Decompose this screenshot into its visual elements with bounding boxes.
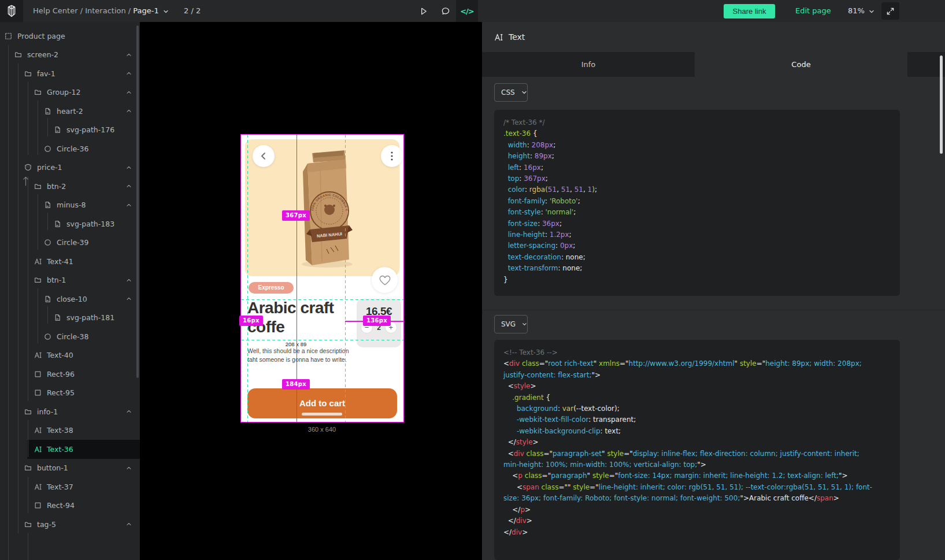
- chevron-down-icon: [521, 90, 527, 95]
- layer-Rect-95[interactable]: Rect-95: [0, 384, 140, 403]
- edit-page-link[interactable]: Edit page: [795, 0, 831, 22]
- chevron-up-icon[interactable]: [125, 295, 132, 302]
- frame-icon: [5, 32, 12, 40]
- layer-label: heart-2: [57, 107, 83, 116]
- code-line: top: 367px;: [503, 173, 891, 184]
- guide-line-top: [241, 299, 403, 301]
- code-line: justify-content: flex-start;">: [503, 370, 891, 381]
- folder-icon: [24, 408, 32, 416]
- chevron-up-icon[interactable]: [125, 70, 132, 77]
- layer-button-1[interactable]: button-1: [0, 459, 140, 478]
- layer-btn-1[interactable]: btn-1: [0, 271, 140, 290]
- sidebar-scrollbar[interactable]: [136, 25, 139, 378]
- layer-Text-37[interactable]: Text-37: [0, 477, 140, 496]
- layer-Circle-36[interactable]: Circle-36: [0, 139, 140, 158]
- chevron-up-icon[interactable]: [125, 89, 132, 96]
- preview-play-button[interactable]: [412, 0, 434, 22]
- layer-btn-2[interactable]: btn-2: [0, 177, 140, 196]
- app-logo[interactable]: [0, 0, 23, 22]
- code-line: </style>: [503, 437, 891, 448]
- chevron-up-icon[interactable]: [125, 521, 132, 528]
- layer-Text-38[interactable]: Text-38: [0, 421, 140, 440]
- code-line: min-height: 100%; min-width: 100%; verti…: [503, 459, 891, 470]
- code-line: <div class="root rich-text" xmlns="http:…: [503, 358, 891, 369]
- layer-Text-40[interactable]: Text-40: [0, 346, 140, 365]
- layer-Product page[interactable]: Product page: [0, 27, 140, 46]
- layer-tag-5[interactable]: tag-5: [0, 515, 140, 534]
- chevron-up-icon[interactable]: [125, 465, 132, 472]
- fullscreen-button[interactable]: [881, 2, 899, 20]
- chevron-up-icon[interactable]: [125, 202, 132, 209]
- code-line: -webkit-text-fill-color: transparent;: [503, 414, 891, 425]
- layer-Circle-39[interactable]: Circle-39: [0, 233, 140, 253]
- chevron-up-icon[interactable]: [125, 51, 132, 58]
- code-mode-button[interactable]: </>: [456, 0, 478, 22]
- share-link-button[interactable]: Share link: [724, 4, 775, 18]
- file-icon: [54, 314, 61, 321]
- file-icon: [44, 201, 51, 209]
- layer-info-1[interactable]: info-1: [0, 402, 140, 421]
- layer-price-1[interactable]: price-1: [0, 158, 140, 177]
- tab-info[interactable]: Info: [482, 52, 695, 77]
- tree-guide-line: [28, 477, 28, 513]
- tab-code[interactable]: Code: [695, 52, 907, 77]
- code-line: color: rgba(51, 51, 51, 1);: [503, 184, 891, 195]
- chevron-up-icon[interactable]: [125, 277, 132, 284]
- phone-mockup-frame[interactable]: 100% ORGANIC COLOMBIA COFFEE NABI NAHUI: [241, 135, 403, 422]
- chevron-up-icon[interactable]: [125, 164, 132, 171]
- breadcrumb[interactable]: Help Center / Interaction /Page-1: [33, 0, 169, 22]
- tree-guide-line: [38, 194, 38, 250]
- layer-close-10[interactable]: close-10: [0, 290, 140, 309]
- measure-badge-bottom: 184px: [282, 379, 310, 390]
- kebab-menu-button[interactable]: [381, 145, 403, 167]
- chevron-down-icon: [522, 321, 527, 327]
- zoom-control[interactable]: 81%: [848, 0, 874, 22]
- chevron-up-icon[interactable]: [125, 408, 132, 415]
- layer-heart-2[interactable]: heart-2: [0, 102, 140, 121]
- layer-label: Circle-36: [57, 144, 89, 153]
- layer-svg-path-181[interactable]: svg-path-181: [0, 309, 140, 328]
- css-dropdown-value: CSS: [501, 88, 515, 97]
- layer-fav-1[interactable]: fav-1: [0, 64, 140, 83]
- design-canvas[interactable]: 100% ORGANIC COLOMBIA COFFEE NABI NAHUI: [140, 22, 482, 560]
- up-arrow-icon: [22, 176, 29, 187]
- tree-guide-line: [8, 45, 9, 560]
- text-icon: [34, 427, 42, 434]
- layer-svg-path-183[interactable]: svg-path-183: [0, 214, 140, 233]
- layer-svg-path-176[interactable]: svg-path-176: [0, 121, 140, 140]
- chevron-up-icon[interactable]: [125, 107, 132, 114]
- css-code-block[interactable]: /* Text-36 */.text-36 { width: 208px; he…: [494, 110, 900, 296]
- file-icon: [54, 126, 61, 133]
- layer-minus-8[interactable]: minus-8: [0, 196, 140, 215]
- svg-code-block[interactable]: <!-- Text-36 --><div class="root rich-te…: [494, 340, 900, 560]
- panel-scrollbar[interactable]: [940, 55, 943, 154]
- file-icon: [44, 295, 51, 303]
- folder-icon: [14, 51, 22, 58]
- comments-button[interactable]: [434, 0, 456, 22]
- chevron-up-icon[interactable]: [125, 183, 132, 190]
- layer-Text-41[interactable]: Text-41: [0, 252, 140, 271]
- code-line: width: 208px;: [503, 140, 891, 151]
- top-bar: Help Center / Interaction /Page-1 2 / 2 …: [0, 0, 945, 22]
- favorite-button[interactable]: [372, 267, 398, 293]
- zoom-level: 81%: [848, 6, 865, 15]
- inspector-panel: Text Info Code CSS /* Text-36 */.text-36…: [482, 22, 945, 560]
- code-line: </div>: [503, 516, 891, 526]
- layer-Rect-96[interactable]: Rect-96: [0, 365, 140, 384]
- layer-Circle-38[interactable]: Circle-38: [0, 327, 140, 346]
- layer-label: svg-path-176: [66, 125, 114, 134]
- layer-Rect-94[interactable]: Rect-94: [0, 496, 140, 516]
- origami-logo-icon: [5, 4, 18, 18]
- layer-screen-2[interactable]: screen-2: [0, 46, 140, 65]
- layer-Text-36[interactable]: Text-36: [0, 440, 140, 459]
- play-icon: [418, 6, 428, 16]
- svg-format-dropdown[interactable]: SVG: [494, 315, 528, 333]
- selected-element-type: Text: [509, 32, 525, 42]
- back-button[interactable]: [253, 145, 275, 167]
- layer-label: Group-12: [47, 88, 80, 97]
- layer-label: svg-path-183: [66, 220, 114, 228]
- css-format-dropdown[interactable]: CSS: [494, 83, 528, 102]
- layer-Group-12[interactable]: Group-12: [0, 83, 140, 102]
- layer-label: fav-1: [37, 69, 55, 78]
- code-line: text-decoration: none;: [503, 252, 891, 263]
